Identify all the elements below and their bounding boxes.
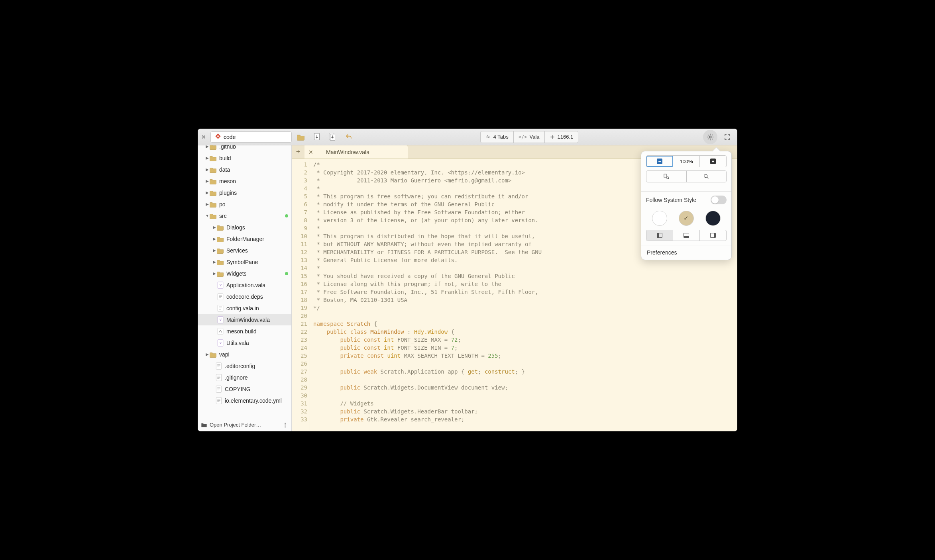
tree-item-codecore-deps[interactable]: codecore.deps (198, 291, 291, 302)
folder-icon (210, 351, 217, 358)
disclosure-arrow[interactable]: ▶ (205, 352, 210, 356)
open-folder-label: Open Project Folder… (210, 422, 261, 428)
panel-bottom[interactable] (673, 230, 700, 241)
disclosure-arrow[interactable]: ▶ (205, 190, 210, 195)
save-button[interactable] (310, 131, 324, 143)
tree-item-data[interactable]: ▶data (198, 164, 291, 175)
folder-icon (210, 201, 217, 208)
modified-dot-icon (285, 272, 288, 275)
titlebar: ✕ code 4 T (198, 129, 737, 145)
disclosure-arrow[interactable]: ▶ (212, 271, 217, 276)
disclosure-arrow[interactable]: ▶ (212, 260, 217, 264)
svg-point-1 (217, 135, 219, 137)
tab-close-button[interactable]: ✕ (308, 149, 313, 155)
open-project-folder[interactable]: Open Project Folder… ⋮ (198, 418, 291, 431)
project-chip[interactable]: code (210, 131, 292, 143)
linecol-segment[interactable]: 1166.1 (545, 131, 578, 143)
panel-right[interactable] (700, 230, 726, 241)
disclosure-arrow[interactable]: ▶ (205, 167, 210, 172)
folder-icon (210, 212, 217, 219)
find-replace-button[interactable] (646, 171, 687, 182)
language-segment[interactable]: </> Vala (514, 131, 545, 143)
tree-item--github[interactable]: ▶.github (198, 145, 291, 152)
text-icon (215, 397, 222, 404)
tree-item-utils-vala[interactable]: VUtils.vala (198, 337, 291, 349)
folder-icon (217, 270, 224, 277)
tree-item-label: codecore.deps (226, 294, 263, 300)
tree-item-services[interactable]: ▶Services (198, 245, 291, 256)
disclosure-arrow[interactable]: ▶ (212, 237, 217, 241)
zoom-in-button[interactable]: + (700, 156, 726, 167)
tabs-segment[interactable]: 4 Tabs (481, 131, 514, 143)
theme-light[interactable] (652, 211, 667, 226)
follow-style-toggle[interactable] (711, 196, 727, 204)
panel-left[interactable] (646, 230, 673, 241)
undo-button[interactable] (342, 131, 356, 143)
disclosure-arrow[interactable]: ▶ (212, 248, 217, 253)
folder-icon (210, 166, 217, 173)
vala-icon: V (217, 339, 224, 347)
tree-item-label: MainWindow.vala (226, 317, 270, 323)
open-folder-button[interactable] (294, 131, 308, 143)
vala-icon: V (217, 282, 224, 289)
tree-item-label: config.vala.in (226, 305, 259, 311)
tree-item-vapi[interactable]: ▶vapi (198, 349, 291, 360)
tree-item-label: Application.vala (226, 282, 265, 288)
tree-item-config-vala-in[interactable]: config.vala.in (198, 302, 291, 314)
file-tree[interactable]: ▶.github▶build▶data▶meson▶plugins▶po▼src… (198, 145, 291, 418)
tree-item-label: Utils.vala (226, 340, 249, 346)
theme-dark[interactable] (705, 211, 721, 226)
tree-item-label: meson.build (226, 328, 257, 335)
tree-item-label: po (219, 201, 226, 208)
tab-mainwindow[interactable]: ✕ MainWindow.vala (304, 145, 408, 159)
text-icon (217, 293, 224, 300)
tree-item-label: COPYING (225, 386, 251, 392)
new-tab-button[interactable]: + (292, 145, 304, 159)
search-button[interactable] (687, 171, 727, 182)
tree-item-po[interactable]: ▶po (198, 198, 291, 210)
svg-rect-16 (216, 374, 222, 381)
theme-sepia[interactable]: ✓ (679, 211, 694, 226)
disclosure-arrow[interactable]: ▶ (205, 202, 210, 206)
fullscreen-button[interactable] (721, 131, 734, 143)
tree-item--gitignore[interactable]: .gitignore (198, 372, 291, 383)
app-window: ✕ code 4 T (198, 129, 737, 431)
project-name: code (224, 134, 236, 140)
folder-icon (210, 178, 217, 185)
disclosure-arrow[interactable]: ▶ (205, 156, 210, 160)
disclosure-arrow[interactable]: ▶ (212, 225, 217, 229)
folder-icon (210, 145, 217, 150)
tree-item-io-elementary-code-yml[interactable]: io.elementary.code.yml (198, 395, 291, 406)
settings-button[interactable] (703, 130, 717, 144)
tree-item--editorconfig[interactable]: .editorconfig (198, 360, 291, 372)
tree-item-label: build (219, 155, 231, 161)
panel-layout-row (646, 230, 727, 241)
project-icon (215, 133, 221, 141)
save-all-button[interactable] (326, 131, 340, 143)
modified-dot-icon (285, 214, 288, 217)
svg-point-21 (704, 174, 707, 178)
preferences-item[interactable]: Preferences (641, 245, 731, 260)
tree-item-src[interactable]: ▼src (198, 210, 291, 221)
tree-item-plugins[interactable]: ▶plugins (198, 187, 291, 198)
close-window-button[interactable]: ✕ (201, 134, 206, 140)
sidebar-more-button[interactable]: ⋮ (283, 422, 288, 428)
linecol-label: 1166.1 (558, 134, 574, 140)
tree-item-application-vala[interactable]: VApplication.vala (198, 279, 291, 291)
text-icon (215, 386, 222, 393)
tree-item-symbolpane[interactable]: ▶SymbolPane (198, 256, 291, 268)
tree-item-widgets[interactable]: ▶Widgets (198, 268, 291, 279)
tree-item-mainwindow-vala[interactable]: VMainWindow.vala (198, 314, 291, 325)
tree-item-meson-build[interactable]: meson.build (198, 325, 291, 337)
disclosure-arrow[interactable]: ▼ (205, 213, 210, 218)
tree-item-copying[interactable]: COPYING (198, 383, 291, 395)
tree-item-meson[interactable]: ▶meson (198, 175, 291, 187)
zoom-out-button[interactable]: − (646, 156, 673, 167)
tree-item-build[interactable]: ▶build (198, 152, 291, 164)
tree-item-foldermanager[interactable]: ▶FolderManager (198, 233, 291, 245)
plus-icon: + (710, 159, 716, 164)
zoom-level[interactable]: 100% (673, 156, 700, 167)
disclosure-arrow[interactable]: ▶ (205, 179, 210, 183)
disclosure-arrow[interactable]: ▶ (205, 145, 210, 149)
tree-item-dialogs[interactable]: ▶Dialogs (198, 221, 291, 233)
